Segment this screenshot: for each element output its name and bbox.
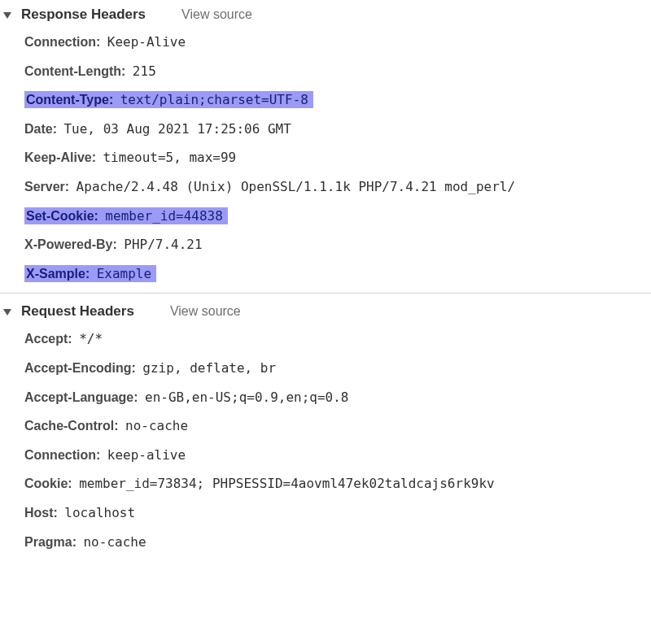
header-row: Keep-Alive: timeout=5, max=99 — [23, 143, 651, 172]
header-name: Accept-Language — [24, 390, 133, 404]
header-name: Cache-Control — [24, 419, 114, 433]
header-row: X-Powered-By: PHP/7.4.21 — [23, 230, 651, 259]
view-source-link[interactable]: View source — [181, 7, 252, 22]
header-name: Connection — [24, 35, 96, 49]
header-value: Apache/2.4.48 (Unix) OpenSSL/1.1.1k PHP/… — [76, 179, 515, 194]
header-value: gzip, deflate, br — [142, 360, 276, 376]
header-value: member_id=73834; PHPSESSID=4aovml47ek02t… — [79, 476, 495, 491]
header-value: localhost — [64, 505, 135, 520]
header-colon: : — [85, 267, 90, 281]
request-headers-title-row[interactable]: Request Headers View source — [0, 302, 651, 324]
header-row: Accept: */* — [23, 324, 651, 354]
header-name: Pragma — [24, 535, 72, 549]
header-row: Accept-Language: en-GB,en-US;q=0.9,en;q=… — [23, 383, 651, 412]
header-colon: : — [112, 237, 116, 251]
header-colon: : — [121, 64, 125, 78]
header-row: Date: Tue, 03 Aug 2021 17:25:06 GMT — [23, 115, 651, 144]
header-name: Accept — [24, 332, 68, 346]
request-headers-section: Request Headers View source Accept: */* … — [0, 293, 651, 558]
chevron-down-icon — [3, 12, 11, 19]
header-colon: : — [133, 390, 138, 404]
header-colon: : — [68, 332, 72, 346]
header-row: Connection: keep-alive — [23, 441, 651, 470]
header-name: Connection — [24, 448, 96, 462]
header-name: Date — [24, 122, 53, 136]
header-row-highlighted: Content-Type: text/plain;charset=UTF-8 — [23, 85, 651, 115]
header-value: no-cache — [125, 418, 188, 433]
header-row: Server: Apache/2.4.48 (Unix) OpenSSL/1.1… — [23, 172, 651, 202]
header-row: Cache-Control: no-cache — [23, 411, 651, 441]
response-headers-section: Response Headers View source Connection:… — [0, 0, 651, 289]
header-name: X-Powered-By — [24, 237, 112, 251]
header-colon: : — [96, 448, 100, 462]
header-colon: : — [109, 93, 113, 107]
header-value: */* — [79, 331, 103, 346]
header-value: Example — [97, 266, 151, 281]
header-row-highlighted: Set-Cookie: member_id=44838 — [23, 202, 651, 231]
request-header-list: Accept: */* Accept-Encoding: gzip, defla… — [0, 324, 651, 556]
header-colon: : — [53, 122, 57, 136]
header-colon: : — [94, 209, 98, 223]
header-value: Keep-Alive — [107, 34, 186, 50]
header-colon: : — [54, 506, 58, 520]
response-headers-title-row[interactable]: Response Headers View source — [0, 5, 651, 28]
header-value: PHP/7.4.21 — [124, 237, 202, 252]
header-row-highlighted: X-Sample: Example — [23, 259, 651, 289]
header-value: text/plain;charset=UTF-8 — [120, 92, 308, 107]
header-value: 215 — [133, 63, 156, 79]
response-header-list: Connection: Keep-Alive Content-Length: 2… — [0, 28, 651, 288]
header-value: Tue, 03 Aug 2021 17:25:06 GMT — [63, 121, 291, 137]
chevron-down-icon — [3, 309, 11, 315]
header-colon: : — [68, 476, 72, 490]
header-row: Accept-Encoding: gzip, deflate, br — [23, 354, 651, 383]
header-row: Connection: Keep-Alive — [23, 28, 651, 57]
header-name: Content-Type — [26, 93, 109, 107]
header-value: keep-alive — [107, 447, 186, 463]
header-colon: : — [114, 419, 118, 433]
header-colon: : — [96, 35, 100, 49]
header-name: Host — [24, 506, 54, 520]
view-source-link[interactable]: View source — [170, 304, 241, 319]
header-name: Content-Length — [24, 64, 121, 78]
header-name: X-Sample — [26, 267, 85, 281]
header-name: Keep-Alive — [24, 150, 92, 164]
header-name: Server — [24, 180, 65, 194]
header-value: member_id=44838 — [105, 208, 223, 224]
response-headers-title: Response Headers — [21, 7, 146, 23]
header-value: en-GB,en-US;q=0.9,en;q=0.8 — [145, 389, 348, 405]
header-colon: : — [65, 180, 69, 194]
header-row: Content-Length: 215 — [23, 57, 651, 86]
header-colon: : — [132, 361, 136, 375]
header-row: Host: localhost — [23, 498, 651, 528]
header-name: Accept-Encoding — [24, 361, 132, 375]
header-row: Pragma: no-cache — [23, 528, 651, 557]
header-name: Set-Cookie — [26, 209, 94, 223]
header-colon: : — [92, 150, 96, 164]
request-headers-title: Request Headers — [21, 303, 134, 320]
header-value: no-cache — [83, 534, 146, 550]
header-colon: : — [72, 535, 76, 549]
header-row: Cookie: member_id=73834; PHPSESSID=4aovm… — [23, 469, 651, 498]
header-name: Cookie — [24, 476, 68, 490]
header-value: timeout=5, max=99 — [103, 150, 236, 165]
